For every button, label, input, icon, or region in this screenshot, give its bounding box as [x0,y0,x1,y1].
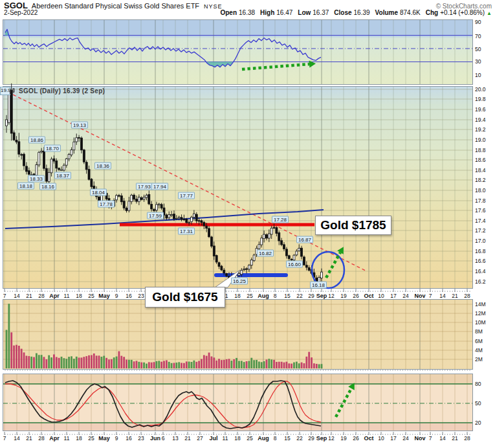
rsi-breakout-arrow[interactable] [242,64,309,69]
support-annotation[interactable]: Gold $1675 [145,287,225,308]
stockcharts-page: SGOL Aberdeen Standard Physical Swiss Go… [0,0,495,448]
chart-canvas [0,0,495,448]
chart-title: SGOL (Daily) 16.39 (2 Sep) [9,87,105,95]
resistance-annotation[interactable]: Gold $1785 [315,216,391,235]
chart-title-text: SGOL (Daily) 16.39 (2 Sep) [19,87,105,95]
price-bounce-arrow[interactable] [326,252,340,278]
highlight-circle[interactable] [312,252,344,288]
chart-type-icon [9,88,16,95]
